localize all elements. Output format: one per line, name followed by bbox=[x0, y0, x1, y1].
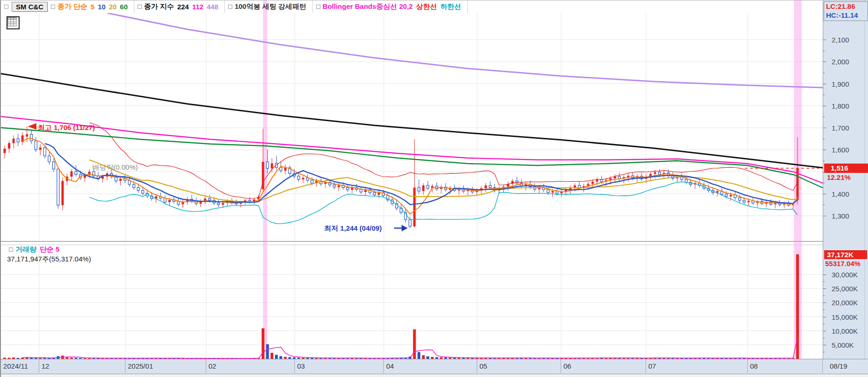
legend-item: 10 bbox=[98, 3, 106, 11]
date-axis[interactable]: 2024/11122025/010203040506070808/19 bbox=[1, 359, 868, 374]
legend-bullet-icon bbox=[228, 5, 232, 9]
high-to-close-value: HC:-11.14 bbox=[826, 11, 858, 19]
date-axis-cell[interactable]: 06 bbox=[561, 359, 646, 373]
volume-axis-label: 20,000K bbox=[832, 299, 858, 307]
ema448-line bbox=[107, 13, 823, 88]
volume-axis-label: 5,000K bbox=[832, 341, 854, 349]
legend-item: 448 bbox=[207, 3, 218, 11]
period-low-annotation: 최저 1,244 (04/09) bbox=[324, 224, 382, 233]
legend-item: 종가 지수 bbox=[144, 2, 174, 11]
date-axis-cell[interactable]: 07 bbox=[646, 359, 748, 373]
date-axis-cell[interactable]: 12 bbox=[39, 359, 125, 373]
date-axis-cell[interactable]: 2024/11 bbox=[1, 359, 39, 373]
low-arrow-icon bbox=[402, 225, 408, 232]
legend-bullet-icon bbox=[4, 5, 8, 9]
price-axis-panel[interactable]: LC:21.86 HC:-11.14 2,1002,0001,9001,8001… bbox=[823, 0, 868, 377]
legend-group-price-ema[interactable]: 종가 지수224112448 bbox=[134, 0, 225, 13]
price-change-percent: 12.21% bbox=[827, 173, 851, 181]
price-axis-label: 1,800 bbox=[832, 102, 849, 110]
period-high-annotation: 최고 1,706 (11/27) bbox=[38, 123, 95, 132]
current-price-marker: 1,516 bbox=[824, 164, 868, 173]
date-axis-cell[interactable]: 08/19 bbox=[823, 359, 868, 373]
current-volume-marker: 37,172K bbox=[824, 250, 867, 259]
chart-canvas[interactable] bbox=[1, 0, 868, 377]
price-axis-label: 1,700 bbox=[832, 124, 849, 132]
volume-info-readout: 37,171,947주(55,317.04%) bbox=[7, 255, 91, 264]
low-to-close-value: LC:21.86 bbox=[826, 2, 855, 10]
legend-item: 상한선 bbox=[416, 2, 437, 11]
price-axis-label: 2,000 bbox=[832, 58, 849, 66]
legend-item: 100억봉 세팅 강세패턴 bbox=[235, 2, 306, 11]
date-axis-cell[interactable]: 08 bbox=[748, 359, 823, 373]
legend-bullet-icon bbox=[138, 5, 142, 9]
date-axis-cell[interactable]: 2025/01 bbox=[125, 359, 206, 373]
legend-bullet-icon bbox=[51, 5, 55, 9]
indicator-legend: 종가 단순5102060종가 지수224112448100억봉 세팅 강세패턴B… bbox=[48, 0, 468, 13]
legend-item: 112 bbox=[192, 3, 203, 11]
legend-item: 거래량 bbox=[15, 245, 36, 254]
chart-grid-icon[interactable] bbox=[7, 16, 20, 29]
legend-item: 60 bbox=[120, 3, 128, 11]
volume-axis-label: 10,000K bbox=[832, 327, 858, 335]
legend-item: 단순 5 bbox=[40, 245, 60, 254]
legend-item: 5 bbox=[90, 3, 94, 11]
legend-item: Bollinger Bands중심선 20,2 bbox=[323, 2, 413, 11]
legend-item: 하한선 bbox=[440, 2, 461, 11]
price-axis-label: 2,100 bbox=[832, 36, 849, 44]
legend-group-bollinger[interactable]: Bollinger Bands중심선 20,2상한선하한선 bbox=[313, 0, 468, 13]
legend-item: 종가 단순 bbox=[57, 2, 87, 11]
legend-group-price-sma[interactable]: 종가 단순5102060 bbox=[48, 0, 134, 13]
pane-divider[interactable] bbox=[1, 241, 823, 245]
legend-item: 20 bbox=[109, 3, 117, 11]
lc-hc-readout: LC:21.86 HC:-11.14 bbox=[824, 1, 868, 21]
volume-legend[interactable]: 거래량단순 5 bbox=[6, 245, 63, 254]
date-axis-cell[interactable]: 05 bbox=[477, 359, 561, 373]
price-axis-label: 1,300 bbox=[832, 212, 849, 220]
volume-axis-label: 30,000K bbox=[832, 271, 858, 279]
high-arrow-icon bbox=[28, 123, 36, 130]
legend-item: 224 bbox=[177, 3, 189, 11]
symbol-button[interactable]: SM C&C bbox=[12, 2, 48, 12]
legend-group-pattern[interactable]: 100억봉 세팅 강세패턴 bbox=[225, 0, 312, 13]
date-axis-cell[interactable]: 02 bbox=[206, 359, 295, 373]
volume-percent-readout: 55317.04% bbox=[825, 260, 868, 267]
price-axis-label: 1,600 bbox=[832, 146, 849, 154]
chart-header: SM C&C 종가 단순5102060종가 지수224112448100억봉 세… bbox=[1, 0, 823, 13]
ema224-line bbox=[1, 74, 823, 168]
legend-bullet-icon bbox=[9, 247, 13, 252]
stock-chart-window: SM C&C 종가 단순5102060종가 지수224112448100억봉 세… bbox=[0, 0, 868, 377]
legend-bullet-icon bbox=[316, 5, 320, 9]
ex-dividend-annotation: 배당락(0.00%) bbox=[92, 163, 138, 172]
price-axis-label: 1,400 bbox=[832, 190, 849, 198]
volume-axis-label: 15,000K bbox=[832, 313, 858, 321]
volume-axis-label: 25,000K bbox=[832, 285, 858, 293]
price-axis-label: 1,900 bbox=[832, 80, 849, 88]
axis-inner-divider bbox=[864, 0, 865, 377]
date-axis-cell[interactable]: 03 bbox=[295, 359, 384, 373]
date-axis-cell[interactable]: 04 bbox=[384, 359, 477, 373]
